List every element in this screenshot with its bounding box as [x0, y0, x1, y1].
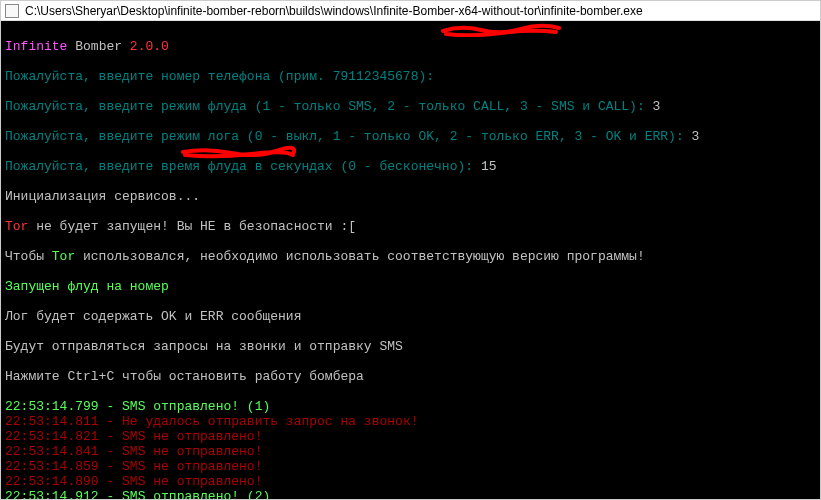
log-line: 22:53:14.890 - SMS не отправлено!: [5, 474, 816, 489]
prompt-time: Пожалуйста, введите время флуда в секунд…: [5, 159, 816, 174]
tor-warning-rest: не будет запущен! Вы НЕ в безопасности :…: [28, 219, 356, 234]
titlebar-path: C:\Users\Sheryar\Desktop\infinite-bomber…: [25, 4, 643, 18]
requests-info: Будут отправляться запросы на звонки и о…: [5, 339, 816, 354]
log-line: 22:53:14.821 - SMS не отправлено!: [5, 429, 816, 444]
log-timestamp: 22:53:14.912 -: [5, 489, 122, 499]
log-message: Не удалось отправить запрос на звонок!: [122, 414, 418, 429]
log-line: 22:53:14.912 - SMS отправлено! (2): [5, 489, 816, 499]
banner-word1: Infinite: [5, 39, 67, 54]
tor-use-post: использовался, необходимо использовать с…: [75, 249, 645, 264]
log-entries: 22:53:14.799 - SMS отправлено! (1)22:53:…: [5, 399, 816, 499]
console-output[interactable]: Infinite Bomber 2.0.0 Пожалуйста, введит…: [1, 21, 820, 499]
prompt-log-mode: Пожалуйста, введите режим лога (0 - выкл…: [5, 129, 816, 144]
titlebar[interactable]: C:\Users\Sheryar\Desktop\infinite-bomber…: [1, 1, 820, 21]
log-timestamp: 22:53:14.811 -: [5, 414, 122, 429]
prompt-time-label: Пожалуйста, введите время флуда в секунд…: [5, 159, 481, 174]
prompt-flood-value: 3: [653, 99, 661, 114]
log-line: 22:53:14.841 - SMS не отправлено!: [5, 444, 816, 459]
log-timestamp: 22:53:14.859 -: [5, 459, 122, 474]
prompt-flood-label: Пожалуйста, введите режим флуда (1 - тол…: [5, 99, 653, 114]
prompt-log-label: Пожалуйста, введите режим лога (0 - выкл…: [5, 129, 692, 144]
banner-line: Infinite Bomber 2.0.0: [5, 39, 816, 54]
init-services: Инициализация сервисов...: [5, 189, 816, 204]
redaction-number: [181, 145, 296, 159]
ctrl-c-hint: Нажмите Ctrl+C чтобы остановить работу б…: [5, 369, 816, 384]
log-message: SMS отправлено! (1): [122, 399, 270, 414]
prompt-time-value: 15: [481, 159, 497, 174]
app-icon: [5, 4, 19, 18]
log-timestamp: 22:53:14.799 -: [5, 399, 122, 414]
prompt-log-value: 3: [692, 129, 700, 144]
log-line: 22:53:14.859 - SMS не отправлено!: [5, 459, 816, 474]
tor-word: Tor: [5, 219, 28, 234]
log-message: SMS не отправлено!: [122, 459, 262, 474]
log-info: Лог будет содержать OK и ERR сообщения: [5, 309, 816, 324]
tor-warning-line: Tor не будет запущен! Вы НЕ в безопаснос…: [5, 219, 816, 234]
log-message: SMS отправлено! (2): [122, 489, 270, 499]
tor-use-pre: Чтобы: [5, 249, 52, 264]
log-timestamp: 22:53:14.821 -: [5, 429, 122, 444]
log-line: 22:53:14.799 - SMS отправлено! (1): [5, 399, 816, 414]
flood-started: Запущен флуд на номер: [5, 279, 816, 294]
log-line: 22:53:14.811 - Не удалось отправить запр…: [5, 414, 816, 429]
banner-version: 2.0.0: [130, 39, 169, 54]
log-timestamp: 22:53:14.841 -: [5, 444, 122, 459]
banner-word2: Bomber: [75, 39, 122, 54]
tor-use-line: Чтобы Tor использовался, необходимо испо…: [5, 249, 816, 264]
log-message: SMS не отправлено!: [122, 429, 262, 444]
log-message: SMS не отправлено!: [122, 474, 262, 489]
app-window: C:\Users\Sheryar\Desktop\infinite-bomber…: [0, 0, 821, 500]
prompt-flood-mode: Пожалуйста, введите режим флуда (1 - тол…: [5, 99, 816, 114]
log-timestamp: 22:53:14.890 -: [5, 474, 122, 489]
tor-use-word: Tor: [52, 249, 75, 264]
redaction-phone: [441, 23, 561, 37]
prompt-phone: Пожалуйста, введите номер телефона (прим…: [5, 69, 816, 84]
log-message: SMS не отправлено!: [122, 444, 262, 459]
